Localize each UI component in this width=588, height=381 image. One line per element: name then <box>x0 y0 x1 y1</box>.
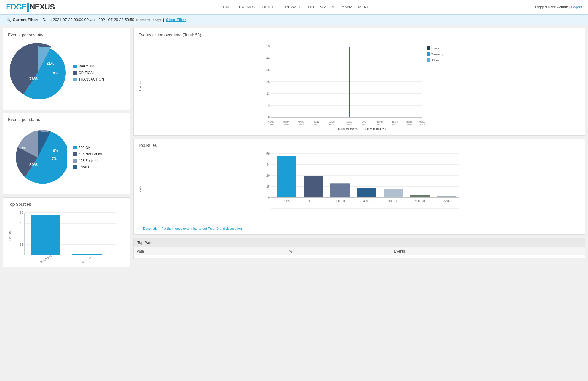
clear-filter-button[interactable]: Clear Filter <box>166 17 186 22</box>
legend-dot <box>73 65 77 68</box>
top-path-table: Path % Events <box>134 247 585 259</box>
col-pct: % <box>286 247 391 255</box>
svg-text:930100: 930100 <box>335 200 345 203</box>
svg-text:29/07: 29/07 <box>298 123 305 126</box>
top-rules-chart: Events 59 44 29 15 <box>138 151 580 230</box>
svg-text:949110: 949110 <box>362 200 372 203</box>
svg-text:16:48: 16:48 <box>377 120 383 123</box>
svg-text:29/07: 29/07 <box>392 123 398 126</box>
svg-text:Allow: Allow <box>431 58 439 62</box>
legend-item: TRANSACTION <box>73 77 104 81</box>
svg-rect-82 <box>304 176 323 197</box>
svg-text:15: 15 <box>20 243 23 246</box>
severity-title: Events per severity <box>8 33 125 37</box>
svg-rect-17 <box>31 215 60 255</box>
nav: HOMEEVENTSFILTERFIREWALLDOS EVASIONMANAG… <box>220 5 369 9</box>
top-path-title: Top Path <box>134 238 585 247</box>
svg-text:29/07: 29/07 <box>377 123 383 126</box>
svg-text:0: 0 <box>268 196 270 199</box>
svg-text:09:36: 09:36 <box>329 120 335 123</box>
severity-pie: 76% 21% 3% <box>8 43 67 102</box>
svg-text:168.159.235: 168.159.235 <box>38 255 52 263</box>
main-content: Events per severity 76% 21% 3% <box>0 25 588 270</box>
svg-text:29/07: 29/07 <box>283 123 290 126</box>
col-events: Events <box>391 247 585 255</box>
nav-item-management[interactable]: MANAGEMENT <box>341 5 369 9</box>
status-legend: 200 OK404 Not Found403 ForbiddenOthers <box>73 146 102 169</box>
svg-text:9: 9 <box>268 104 270 107</box>
filter-label: Current Filter: <box>13 17 39 22</box>
top-rules-y-label: Events <box>138 186 142 196</box>
status-title: Events per status <box>8 117 125 122</box>
legend-item: 403 Forbidden <box>73 159 102 163</box>
events-over-time-title: Events action over time (Total: 58) <box>138 33 580 37</box>
events-time-y-label: Events <box>138 81 142 91</box>
svg-text:30/07: 30/07 <box>419 123 426 126</box>
events-over-time-card: Events action over time (Total: 58) Even… <box>133 28 585 136</box>
left-column: Events per severity 76% 21% 3% <box>3 28 130 267</box>
svg-text:02:24: 02:24 <box>283 120 290 123</box>
legend-dot <box>73 152 77 156</box>
svg-rect-18 <box>72 254 102 255</box>
svg-text:00:00: 00:00 <box>419 120 426 123</box>
legend-dot <box>73 78 77 81</box>
svg-text:21%: 21% <box>47 61 54 65</box>
svg-rect-81 <box>277 156 296 198</box>
header: EDGE NEXUS HOMEEVENTSFILTERFIREWALLDOS E… <box>0 0 588 14</box>
svg-text:29/07: 29/07 <box>268 123 274 126</box>
top-rules-card: Top Rules Events 59 44 2 <box>133 139 585 235</box>
events-time-svg: Block Warning Allow <box>143 40 580 129</box>
top-rules-title: Top Rules <box>138 143 580 148</box>
svg-text:930110: 930110 <box>308 200 318 203</box>
top-path-card: Top Path Path % Events <box>133 238 585 259</box>
svg-text:0: 0 <box>268 116 270 119</box>
events-time-svg-container: Block Warning Allow <box>143 40 580 131</box>
nav-item-filter[interactable]: FILTER <box>262 5 275 9</box>
user-text: Logged User: <box>535 5 557 9</box>
svg-text:932160: 932160 <box>442 200 452 203</box>
nav-item-home[interactable]: HOME <box>220 5 232 9</box>
svg-text:7%: 7% <box>52 157 57 160</box>
legend-label: 200 OK <box>79 146 91 150</box>
svg-text:44: 44 <box>266 57 270 60</box>
svg-text:59%: 59% <box>29 163 38 167</box>
legend-item: WARNING <box>73 64 104 68</box>
legend-item: 200 OK <box>73 146 102 150</box>
svg-text:0: 0 <box>21 254 23 257</box>
svg-rect-84 <box>357 188 376 197</box>
col-path: Path <box>134 247 286 255</box>
legend-item: CRITICAL <box>73 71 104 75</box>
top-rules-desc: Description: Put the mouse over a bar to… <box>143 227 580 230</box>
svg-text:3%: 3% <box>53 71 58 75</box>
nav-item-events[interactable]: EVENTS <box>239 5 255 9</box>
svg-rect-85 <box>384 189 403 197</box>
svg-text:00:00: 00:00 <box>268 120 274 123</box>
top-sources-title: Top Sources <box>8 202 125 207</box>
filter-text: { Date: 2021-07-29 00:00:00 Until 2021-0… <box>40 17 134 22</box>
severity-legend: WARNINGCRITICALTRANSACTION <box>73 64 104 81</box>
nav-item-dos-evasion[interactable]: DOS EVASION <box>308 5 334 9</box>
svg-text:29/07: 29/07 <box>362 123 368 126</box>
events-time-chart: Events Block Warning Allow <box>138 40 580 131</box>
svg-text:07:12: 07:12 <box>314 120 320 123</box>
user-info: Logged User: Admin | Logout <box>535 5 582 9</box>
svg-text:14:24: 14:24 <box>362 120 368 123</box>
table-row <box>134 255 585 259</box>
legend-dot <box>73 146 77 149</box>
svg-text:Warning: Warning <box>431 52 443 56</box>
legend-label: 404 Not Found <box>79 152 102 156</box>
svg-rect-25 <box>427 52 430 56</box>
svg-marker-45 <box>349 47 350 117</box>
pct-cell <box>286 255 391 259</box>
svg-text:19:12: 19:12 <box>392 120 398 123</box>
svg-text:44: 44 <box>266 163 270 166</box>
logo-edge: EDGE <box>6 2 27 12</box>
logout-link[interactable]: Logout <box>571 5 582 9</box>
nav-item-firewall[interactable]: FIREWALL <box>282 5 301 9</box>
logo-nexus: NEXUS <box>30 2 55 12</box>
right-column: Events action over time (Total: 58) Even… <box>130 28 585 267</box>
top-rules-svg-wrap: 59 44 29 15 0 <box>143 151 580 230</box>
svg-text:29/07: 29/07 <box>314 123 320 126</box>
reset-label[interactable]: (Reset for Today) <box>136 18 161 22</box>
svg-rect-86 <box>410 195 430 198</box>
